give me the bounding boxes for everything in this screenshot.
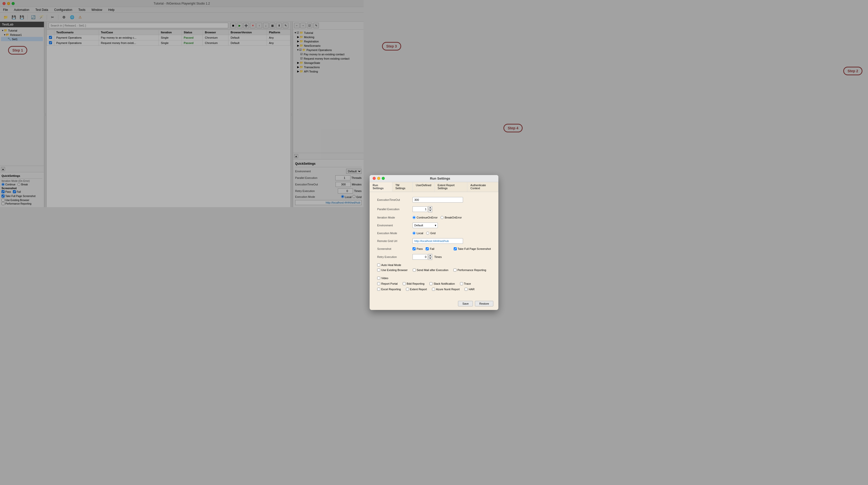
modal-overlay: Run Settings Run Settings TM Settings Us… — [0, 0, 364, 207]
